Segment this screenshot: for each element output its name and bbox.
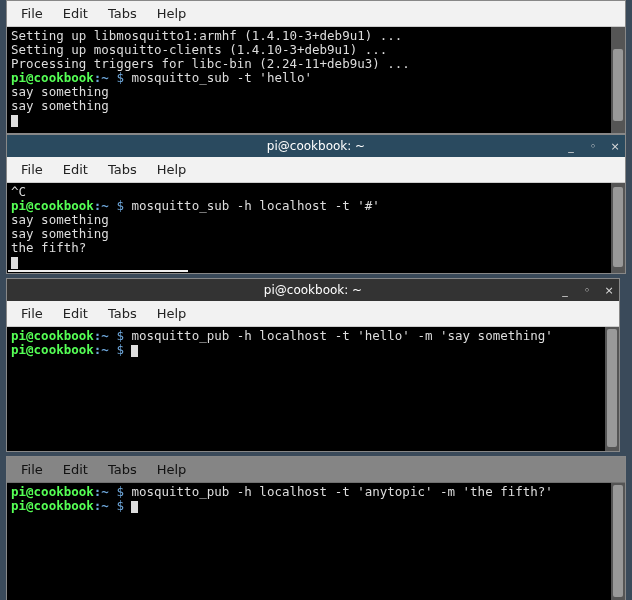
- term-line: ^C: [11, 185, 621, 199]
- menubar: File Edit Tabs Help: [7, 457, 625, 483]
- prompt-path: ~: [101, 198, 109, 213]
- prompt-path: ~: [101, 498, 109, 513]
- menu-file[interactable]: File: [13, 4, 51, 23]
- menu-help[interactable]: Help: [149, 304, 195, 323]
- term-cursor-line: [11, 255, 621, 269]
- window-controls: _ ◦ ×: [565, 135, 621, 157]
- term-prompt-line: pi@cookbook:~ $ mosquitto_pub -h localho…: [11, 329, 615, 343]
- prompt-user: pi@cookbook: [11, 342, 94, 357]
- prompt-path: ~: [101, 484, 109, 499]
- menu-tabs[interactable]: Tabs: [100, 460, 145, 479]
- divider: [8, 270, 188, 272]
- term-prompt-line: pi@cookbook:~ $ mosquitto_sub -t 'hello': [11, 71, 621, 85]
- menu-help[interactable]: Help: [149, 4, 195, 23]
- close-icon[interactable]: ×: [609, 140, 621, 153]
- minimize-icon[interactable]: _: [565, 140, 577, 153]
- prompt-user: pi@cookbook: [11, 70, 94, 85]
- prompt-user: pi@cookbook: [11, 198, 94, 213]
- prompt-user: pi@cookbook: [11, 484, 94, 499]
- window-title: pi@cookbook: ~: [264, 283, 362, 297]
- command-text: mosquitto_pub -h localhost -t 'hello' -m…: [131, 328, 552, 343]
- term-line: the fifth?: [11, 241, 621, 255]
- maximize-icon[interactable]: ◦: [581, 284, 593, 297]
- menubar: File Edit Tabs Help: [7, 157, 625, 183]
- close-icon[interactable]: ×: [603, 284, 615, 297]
- term-line: say something: [11, 85, 621, 99]
- window-title: pi@cookbook: ~: [267, 139, 365, 153]
- prompt-dollar: $: [109, 498, 132, 513]
- term-prompt-line: pi@cookbook:~ $: [11, 499, 621, 513]
- menu-file[interactable]: File: [13, 160, 51, 179]
- window-controls: _ ◦ ×: [559, 279, 615, 301]
- menu-edit[interactable]: Edit: [55, 460, 96, 479]
- menu-tabs[interactable]: Tabs: [100, 4, 145, 23]
- minimize-icon[interactable]: _: [559, 284, 571, 297]
- prompt-path: ~: [101, 342, 109, 357]
- terminal-window-1: File Edit Tabs Help Setting up libmosqui…: [6, 0, 626, 134]
- cursor-icon: [131, 501, 138, 513]
- term-prompt-line: pi@cookbook:~ $ mosquitto_pub -h localho…: [11, 485, 621, 499]
- term-line: say something: [11, 227, 621, 241]
- maximize-icon[interactable]: ◦: [587, 140, 599, 153]
- command-text: mosquitto_sub -h localhost -t '#': [131, 198, 379, 213]
- term-line: say something: [11, 213, 621, 227]
- cursor-icon: [11, 115, 18, 127]
- menu-tabs[interactable]: Tabs: [100, 160, 145, 179]
- term-line: Setting up mosquitto-clients (1.4.10-3+d…: [11, 43, 621, 57]
- terminal-area-3[interactable]: pi@cookbook:~ $ mosquitto_pub -h localho…: [7, 327, 619, 451]
- titlebar[interactable]: pi@cookbook: ~ _ ◦ ×: [7, 135, 625, 157]
- command-text: mosquitto_pub -h localhost -t 'anytopic'…: [131, 484, 552, 499]
- term-cursor-line: [11, 113, 621, 127]
- term-prompt-line: pi@cookbook:~ $: [11, 343, 615, 357]
- terminal-area-2[interactable]: ^C pi@cookbook:~ $ mosquitto_sub -h loca…: [7, 183, 625, 273]
- scrollbar[interactable]: [611, 483, 625, 600]
- menu-file[interactable]: File: [13, 304, 51, 323]
- prompt-dollar: $: [109, 198, 132, 213]
- term-line: Setting up libmosquitto1:armhf (1.4.10-3…: [11, 29, 621, 43]
- terminal-area-1[interactable]: Setting up libmosquitto1:armhf (1.4.10-3…: [7, 27, 625, 133]
- prompt-dollar: $: [109, 342, 132, 357]
- menu-file[interactable]: File: [13, 460, 51, 479]
- prompt-user: pi@cookbook: [11, 498, 94, 513]
- scroll-thumb[interactable]: [613, 485, 623, 597]
- prompt-path: ~: [101, 328, 109, 343]
- scrollbar[interactable]: [611, 27, 625, 133]
- terminal-window-2: pi@cookbook: ~ _ ◦ × File Edit Tabs Help…: [6, 134, 626, 274]
- terminal-window-4: File Edit Tabs Help pi@cookbook:~ $ mosq…: [6, 456, 626, 600]
- menu-help[interactable]: Help: [149, 460, 195, 479]
- menu-edit[interactable]: Edit: [55, 304, 96, 323]
- scrollbar[interactable]: [605, 327, 619, 451]
- cursor-icon: [131, 345, 138, 357]
- prompt-user: pi@cookbook: [11, 328, 94, 343]
- prompt-dollar: $: [109, 70, 132, 85]
- menu-edit[interactable]: Edit: [55, 160, 96, 179]
- command-text: mosquitto_sub -t 'hello': [131, 70, 312, 85]
- menubar: File Edit Tabs Help: [7, 301, 619, 327]
- menubar: File Edit Tabs Help: [7, 1, 625, 27]
- titlebar[interactable]: pi@cookbook: ~ _ ◦ ×: [7, 279, 619, 301]
- term-prompt-line: pi@cookbook:~ $ mosquitto_sub -h localho…: [11, 199, 621, 213]
- scroll-thumb[interactable]: [613, 49, 623, 121]
- scroll-thumb[interactable]: [613, 187, 623, 267]
- menu-tabs[interactable]: Tabs: [100, 304, 145, 323]
- prompt-dollar: $: [109, 328, 132, 343]
- term-line: say something: [11, 99, 621, 113]
- cursor-icon: [11, 257, 18, 269]
- term-line: Processing triggers for libc-bin (2.24-1…: [11, 57, 621, 71]
- terminal-window-3: pi@cookbook: ~ _ ◦ × File Edit Tabs Help…: [6, 278, 620, 452]
- terminal-area-4[interactable]: pi@cookbook:~ $ mosquitto_pub -h localho…: [7, 483, 625, 600]
- prompt-path: ~: [101, 70, 109, 85]
- scroll-thumb[interactable]: [607, 329, 617, 447]
- prompt-dollar: $: [109, 484, 132, 499]
- menu-help[interactable]: Help: [149, 160, 195, 179]
- scrollbar[interactable]: [611, 183, 625, 273]
- menu-edit[interactable]: Edit: [55, 4, 96, 23]
